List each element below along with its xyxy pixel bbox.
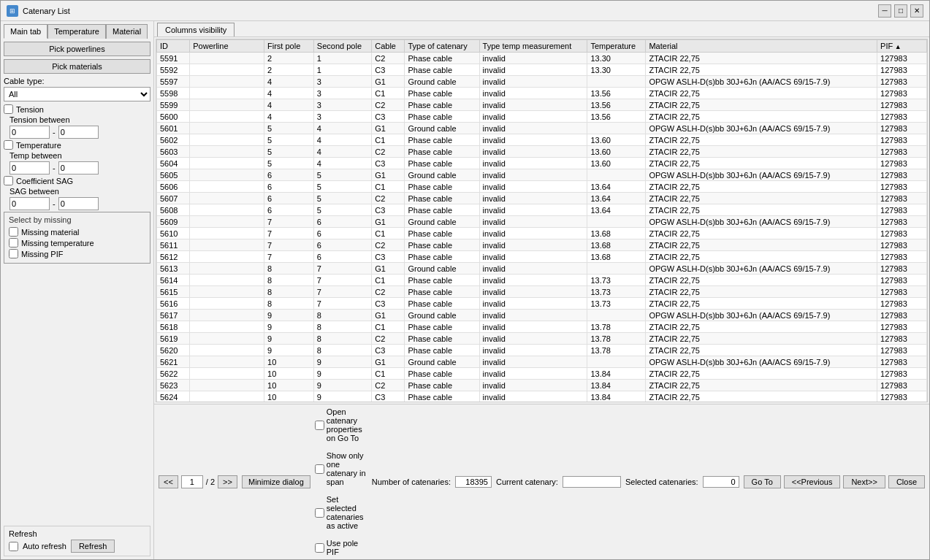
col-header-first-pole[interactable]: First pole — [264, 40, 314, 53]
next-catenary-btn[interactable]: Next>> — [843, 475, 885, 488]
open-properties-check: Open catenary properties on Go To — [315, 407, 367, 442]
pick-materials-button[interactable]: Pick materials — [4, 59, 150, 74]
table-row[interactable]: 560765C2Phase cableinvalid13.64ZTACIR 22… — [157, 193, 927, 204]
table-cell: C1 — [372, 321, 405, 333]
table-row[interactable]: 561176C2Phase cableinvalid13.68ZTACIR 22… — [157, 239, 927, 251]
tab-columns-visibility[interactable]: Columns visibility — [157, 23, 235, 37]
col-header-material[interactable]: Material — [646, 40, 877, 53]
current-catenary-input[interactable] — [563, 476, 621, 488]
col-header-second-pole[interactable]: Second pole — [313, 40, 371, 53]
table-row[interactable]: 562098C3Phase cableinvalid13.78ZTACIR 22… — [157, 345, 927, 356]
auto-refresh-checkbox[interactable] — [9, 542, 18, 551]
close-btn[interactable]: Close — [888, 475, 925, 488]
refresh-button[interactable]: Refresh — [71, 540, 115, 553]
table-cell: C2 — [372, 193, 405, 204]
open-properties-checkbox[interactable] — [315, 421, 324, 430]
table-row[interactable]: 5624109C3Phase cableinvalid13.84ZTACIR 2… — [157, 391, 927, 403]
table-cell: invalid — [479, 53, 587, 64]
table-row[interactable]: 561898C1Phase cableinvalid13.78ZTACIR 22… — [157, 321, 927, 333]
tab-temperature[interactable]: Temperature — [47, 24, 106, 39]
table-container[interactable]: ID Powerline First pole Second pole Cabl… — [156, 39, 928, 402]
table-row[interactable]: 560865C3Phase cableinvalid13.64ZTACIR 22… — [157, 204, 927, 216]
table-row[interactable]: 560254C1Phase cableinvalid13.60ZTACIR 22… — [157, 134, 927, 146]
table-cell: invalid — [479, 88, 587, 99]
col-header-cable[interactable]: Cable — [372, 40, 405, 53]
sag-min-input[interactable] — [9, 197, 50, 210]
col-header-id[interactable]: ID — [157, 40, 190, 53]
table-row[interactable]: 561798G1Ground cableinvalidOPGW ASLH-D(s… — [157, 310, 927, 321]
table-cell: 5591 — [157, 53, 190, 64]
table-row[interactable]: 560454C3Phase cableinvalid13.60ZTACIR 22… — [157, 158, 927, 169]
show-one-checkbox[interactable] — [315, 464, 324, 474]
table-row[interactable]: 561276C3Phase cableinvalid13.68ZTACIR 22… — [157, 251, 927, 263]
table-cell: 2 — [264, 53, 314, 64]
tension-min-input[interactable] — [9, 126, 50, 139]
minimize-window-btn[interactable]: ─ — [878, 4, 891, 18]
page-total-label: / 2 — [206, 477, 215, 486]
table-cell: 6 — [264, 181, 314, 193]
table-row[interactable]: 560043C3Phase cableinvalid13.56ZTACIR 22… — [157, 111, 927, 123]
table-row[interactable]: 560565G1Ground cableinvalidOPGW ASLH-D(s… — [157, 169, 927, 181]
table-cell: 5 — [264, 158, 314, 169]
missing-material-checkbox[interactable] — [9, 227, 18, 237]
col-header-temperature[interactable]: Temperature — [587, 40, 646, 53]
table-cell: C3 — [372, 298, 405, 310]
table-row[interactable]: 5623109C2Phase cableinvalid13.84ZTACIR 2… — [157, 380, 927, 391]
pick-powerlines-button[interactable]: Pick powerlines — [4, 42, 150, 56]
close-window-btn[interactable]: ✕ — [910, 4, 923, 18]
table-row[interactable]: 5622109C1Phase cableinvalid13.84ZTACIR 2… — [157, 368, 927, 380]
missing-temperature-checkbox[interactable] — [9, 238, 18, 248]
table-row[interactable]: 560665C1Phase cableinvalid13.64ZTACIR 22… — [157, 181, 927, 193]
table-row[interactable]: 559743G1Ground cableinvalidOPGW ASLH-D(s… — [157, 76, 927, 88]
page-number-input[interactable]: 1 — [181, 475, 203, 488]
table-row[interactable]: 561998C2Phase cableinvalid13.78ZTACIR 22… — [157, 333, 927, 345]
col-header-powerline[interactable]: Powerline — [190, 40, 264, 53]
table-cell: invalid — [479, 391, 587, 403]
prev-page-btn[interactable]: << — [159, 475, 178, 488]
go-to-btn[interactable]: Go To — [744, 475, 781, 488]
next-page-btn[interactable]: >> — [218, 475, 237, 488]
table-row[interactable]: 561687C3Phase cableinvalid13.73ZTACIR 22… — [157, 298, 927, 310]
prev-catenary-btn[interactable]: <<Previous — [784, 475, 841, 488]
table-cell: Ground cable — [405, 76, 479, 88]
maximize-window-btn[interactable]: □ — [894, 4, 907, 18]
use-pole-pif-checkbox[interactable] — [315, 543, 324, 553]
table-row[interactable]: 559121C2Phase cableinvalid13.30ZTACIR 22… — [157, 53, 927, 64]
col-header-type-catenary[interactable]: Type of catenary — [405, 40, 479, 53]
col-header-pif[interactable]: PIF — [877, 40, 927, 53]
table-row[interactable]: 560976G1Ground cableinvalidOPGW ASLH-D(s… — [157, 216, 927, 228]
refresh-section-label: Refresh — [9, 529, 145, 538]
table-cell: 127983 — [877, 99, 927, 111]
temp-max-input[interactable] — [58, 161, 99, 174]
table-cell: 127983 — [877, 321, 927, 333]
table-row[interactable]: 561487C1Phase cableinvalid13.73ZTACIR 22… — [157, 275, 927, 286]
sag-checkbox[interactable] — [4, 176, 13, 185]
sag-max-input[interactable] — [58, 197, 99, 210]
set-selected-checkbox[interactable] — [315, 508, 324, 518]
table-row[interactable]: 561076C1Phase cableinvalid13.68ZTACIR 22… — [157, 228, 927, 239]
missing-pif-checkbox[interactable] — [9, 249, 18, 258]
col-header-type-temp[interactable]: Type temp measurement — [479, 40, 587, 53]
cable-type-select[interactable]: All — [4, 87, 150, 101]
table-row[interactable]: 5621109G1Ground cableinvalidOPGW ASLH-D(… — [157, 356, 927, 368]
table-row[interactable]: 561387G1Ground cableinvalidOPGW ASLH-D(s… — [157, 263, 927, 275]
table-row[interactable]: 559843C1Phase cableinvalid13.56ZTACIR 22… — [157, 88, 927, 99]
table-row[interactable]: 560354C2Phase cableinvalid13.60ZTACIR 22… — [157, 146, 927, 158]
minimize-dialog-btn[interactable]: Minimize dialog — [242, 475, 310, 488]
tab-main[interactable]: Main tab — [4, 24, 47, 39]
table-cell: C2 — [372, 380, 405, 391]
table-cell: 5606 — [157, 181, 190, 193]
table-row[interactable]: 560154G1Ground cableinvalidOPGW ASLH-D(s… — [157, 123, 927, 134]
table-cell: ZTACIR 22,75 — [646, 181, 877, 193]
table-row[interactable]: 559221C3Phase cableinvalid13.30ZTACIR 22… — [157, 64, 927, 76]
table-row[interactable]: 559943C2Phase cableinvalid13.56ZTACIR 22… — [157, 99, 927, 111]
temp-min-input[interactable] — [9, 161, 50, 174]
temperature-checkbox[interactable] — [4, 140, 13, 150]
tension-checkbox[interactable] — [4, 104, 13, 114]
table-cell: 9 — [264, 345, 314, 356]
table-cell: 8 — [313, 321, 371, 333]
missing-material-label: Missing material — [21, 228, 79, 237]
tension-max-input[interactable] — [58, 126, 99, 139]
table-row[interactable]: 561587C2Phase cableinvalid13.73ZTACIR 22… — [157, 286, 927, 298]
tab-material[interactable]: Material — [106, 24, 148, 39]
